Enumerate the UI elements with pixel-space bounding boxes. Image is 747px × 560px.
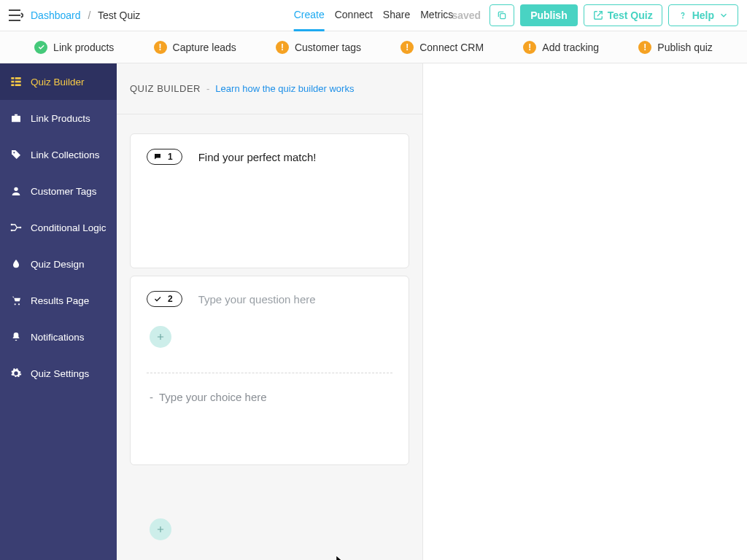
step-label: Capture leads xyxy=(173,42,236,53)
step-add-tracking[interactable]: ! Add tracking xyxy=(523,41,599,54)
gear-icon xyxy=(10,368,22,379)
question-placeholder[interactable]: Type your question here xyxy=(198,293,316,306)
tab-metrics[interactable]: Metrics xyxy=(420,0,453,31)
tag-icon xyxy=(10,149,22,160)
step-capture-leads[interactable]: ! Capture leads xyxy=(154,41,236,54)
steps-bar: Link products ! Capture leads ! Customer… xyxy=(0,31,747,63)
drop-icon xyxy=(10,258,22,270)
sidebar-item-label: Link Products xyxy=(31,113,90,124)
breadcrumb-dashboard[interactable]: Dashboard xyxy=(31,9,81,21)
sidebar-item-quiz-builder[interactable]: Quiz Builder xyxy=(0,63,117,100)
tab-create[interactable]: Create xyxy=(294,0,325,31)
breadcrumb-sep: / xyxy=(88,9,90,21)
step-link-products[interactable]: Link products xyxy=(34,41,114,54)
alert-icon: ! xyxy=(154,41,167,54)
add-question-button[interactable] xyxy=(150,518,171,540)
question-badge: 1 xyxy=(147,149,182,165)
step-publish-quiz[interactable]: ! Publish quiz xyxy=(638,41,713,54)
tab-share[interactable]: Share xyxy=(383,0,410,31)
builder-title: QUIZ BUILDER xyxy=(130,83,201,94)
sidebar-item-label: Link Collections xyxy=(31,149,100,160)
menu-icon[interactable] xyxy=(9,9,23,21)
svg-point-13 xyxy=(20,227,20,228)
sidebar-item-link-collections[interactable]: Link Collections xyxy=(0,136,117,173)
person-icon xyxy=(10,185,22,197)
svg-rect-2 xyxy=(11,77,14,79)
copy-button[interactable] xyxy=(489,4,514,26)
sidebar-item-label: Quiz Design xyxy=(31,259,85,270)
svg-rect-0 xyxy=(500,14,506,19)
publish-button[interactable]: Publish xyxy=(520,4,578,26)
question-number: 2 xyxy=(168,294,173,304)
step-customer-tags[interactable]: ! Customer tags xyxy=(276,41,361,54)
grid-icon xyxy=(10,76,22,88)
sidebar-item-quiz-settings[interactable]: Quiz Settings xyxy=(0,355,117,392)
check-icon xyxy=(34,41,47,54)
sidebar-item-quiz-design[interactable]: Quiz Design xyxy=(0,246,117,282)
sidebar-item-label: Results Page xyxy=(31,295,89,306)
svg-rect-5 xyxy=(15,81,21,83)
choice-placeholder[interactable]: Type your choice here xyxy=(159,391,267,403)
step-label: Add tracking xyxy=(542,42,599,53)
step-label: Link products xyxy=(53,42,114,53)
svg-point-12 xyxy=(11,230,12,230)
svg-rect-7 xyxy=(15,84,21,86)
builder-column: QUIZ BUILDER - Learn how the quiz builde… xyxy=(117,63,423,560)
svg-point-10 xyxy=(14,187,18,191)
svg-point-1 xyxy=(682,18,683,18)
sidebar-item-label: Conditional Logic xyxy=(31,222,107,233)
choice-bullet: - xyxy=(150,391,153,403)
bell-icon xyxy=(10,331,22,343)
briefcase-icon xyxy=(10,112,22,124)
test-quiz-button[interactable]: Test Quiz xyxy=(584,4,662,26)
sidebar: Quiz Builder Link Products Link Collecti… xyxy=(0,63,117,560)
sidebar-item-results-page[interactable]: Results Page xyxy=(0,282,117,319)
svg-point-11 xyxy=(11,224,12,225)
step-label: Connect CRM xyxy=(419,42,484,53)
preview-column xyxy=(423,63,747,560)
question-card-2[interactable]: 2 Type your question here - Type your ch… xyxy=(130,276,409,465)
top-tabs: Create Connect Share Metrics xyxy=(294,0,454,31)
sidebar-item-link-products[interactable]: Link Products xyxy=(0,100,117,136)
svg-rect-6 xyxy=(11,84,14,86)
sidebar-item-customer-tags[interactable]: Customer Tags xyxy=(0,173,117,209)
builder-header: QUIZ BUILDER - Learn how the quiz builde… xyxy=(117,63,422,114)
alert-icon: ! xyxy=(400,41,414,54)
svg-rect-4 xyxy=(11,81,14,83)
sidebar-item-label: Customer Tags xyxy=(31,186,97,197)
svg-rect-3 xyxy=(15,77,21,79)
sidebar-item-label: Quiz Builder xyxy=(31,77,85,88)
breadcrumb: Dashboard / Test Quiz xyxy=(31,9,140,21)
question-card-1[interactable]: 1 Find your perfect match! xyxy=(130,133,409,268)
sidebar-item-label: Quiz Settings xyxy=(31,368,89,379)
question-number: 1 xyxy=(168,152,173,162)
dash: - xyxy=(206,83,209,94)
svg-point-14 xyxy=(15,303,16,305)
help-label: Help xyxy=(692,9,714,21)
saved-status: saved xyxy=(452,9,481,21)
chat-icon xyxy=(153,152,162,161)
question-badge: 2 xyxy=(147,291,182,307)
svg-point-15 xyxy=(18,303,20,305)
alert-icon: ! xyxy=(276,41,289,54)
sidebar-item-label: Notifications xyxy=(31,332,85,343)
chevron-down-icon xyxy=(719,10,729,20)
cart-icon xyxy=(10,295,22,306)
tab-connect[interactable]: Connect xyxy=(335,0,373,31)
add-question-button[interactable] xyxy=(150,326,171,348)
svg-rect-8 xyxy=(12,116,20,122)
svg-point-9 xyxy=(13,152,15,153)
step-label: Publish quiz xyxy=(657,42,713,53)
help-button[interactable]: Help xyxy=(668,4,738,26)
builder-learn-link[interactable]: Learn how the quiz builder works xyxy=(215,83,354,94)
alert-icon: ! xyxy=(523,41,536,54)
sidebar-item-notifications[interactable]: Notifications xyxy=(0,319,117,355)
step-label: Customer tags xyxy=(295,42,361,53)
question-text[interactable]: Find your perfect match! xyxy=(198,151,317,163)
breadcrumb-quiz: Test Quiz xyxy=(98,9,140,21)
check-icon xyxy=(153,295,162,303)
step-connect-crm[interactable]: ! Connect CRM xyxy=(400,41,484,54)
branch-icon xyxy=(10,222,22,233)
alert-icon: ! xyxy=(638,41,651,54)
sidebar-item-conditional-logic[interactable]: Conditional Logic xyxy=(0,209,117,246)
